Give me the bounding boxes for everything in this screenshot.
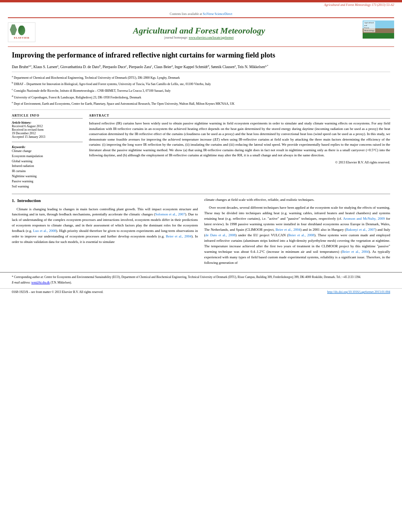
section-title-intro: 1. Introduction	[12, 197, 198, 204]
article-citation: Agricultural and Forest Meteorology 173 …	[324, 3, 394, 7]
keyword-item: Soil warming	[12, 184, 83, 189]
article-history: Article history: Received 6 August 2012 …	[12, 121, 83, 139]
article-content: Improving the performance of infrared re…	[0, 47, 402, 272]
sciverse-link[interactable]: SciVerse ScienceDirect	[203, 12, 232, 16]
issn-text: 0168-1923/$ – see front matter © 2013 El…	[12, 290, 104, 294]
affiliation-b: DIBAF – Department for Innovation in Bio…	[14, 82, 211, 86]
luo-ref[interactable]: Luo et al., 2008	[33, 229, 56, 233]
copyright-line: © 2013 Elsevier B.V. All rights reserved…	[89, 160, 390, 165]
abstract-header: ABSTRACT	[89, 114, 390, 119]
bakonyi-ref[interactable]: Bakonyi et al., 2007	[346, 228, 375, 232]
page: Agricultural and Forest Meteorology 173 …	[0, 0, 402, 532]
thumb-overlay-text: AgriculturalandForestMeteorology	[363, 21, 375, 32]
elsevier-logo: ELSEVIER	[8, 22, 35, 42]
beier2004b-ref[interactable]: Beier et al., 2004	[342, 250, 369, 254]
dedato-ref[interactable]: de Dato et al., 2008	[206, 233, 235, 237]
affiliation-d: University of Copenhagen, Forest & Lands…	[14, 95, 141, 99]
keyword-item: Passive warming	[12, 179, 83, 184]
article-info-abstract: ARTICLE INFO Article history: Received 6…	[12, 114, 390, 189]
received-revised: Received in revised form19 December 2012	[12, 128, 83, 135]
keywords-section: Keywords: Climate change Ecosystem manip…	[12, 145, 83, 189]
beier-ref[interactable]: Beier et al., 2004	[166, 234, 191, 238]
intro-para-1: Climate is changing leading to changes i…	[12, 207, 198, 245]
affiliation-e: Dept of Environment, Earth and Ecosystem…	[14, 102, 235, 106]
keyword-item: Climate change	[12, 149, 83, 154]
journal-homepage: journal homepage: www.elsevier.com/locat…	[35, 36, 363, 39]
footnotes-area: * Corresponding author at: Centre for Ec…	[0, 272, 402, 289]
homepage-prefix: journal homepage:	[165, 36, 189, 39]
beier2004-ref[interactable]: Beier et al., 2004	[276, 228, 300, 232]
article-info-column: ARTICLE INFO Article history: Received 6…	[12, 114, 83, 189]
affiliation-a: Department of Chemical and Biochemical E…	[14, 76, 180, 79]
article-info-line: Agricultural and Forest Meteorology 173 …	[0, 2, 402, 7]
intro-para-cont: climate changes at field scale with effe…	[204, 197, 391, 203]
accepted-date: Accepted 15 January 2013	[12, 135, 83, 139]
journal-header: Contents lists available at SciVerse Sci…	[0, 7, 402, 47]
article-info-header: ARTICLE INFO	[12, 114, 83, 119]
keywords-title: Keywords:	[12, 145, 83, 149]
section-number: 1.	[12, 198, 15, 203]
content-list-bar: Contents lists available at SciVerse Sci…	[8, 11, 394, 17]
keywords-list: Climate change Ecosystem manipulation Gl…	[12, 149, 83, 189]
affiliations: a Department of Chemical and Biochemical…	[12, 72, 390, 110]
journal-title-area: ELSEVIER Agricultural and Forest Meteoro…	[8, 17, 394, 47]
article-title: Improving the performance of infrared re…	[12, 51, 390, 60]
journal-main-title: Agricultural and Forest Meteorology jour…	[35, 26, 363, 39]
keyword-item: IR curtains	[12, 169, 83, 174]
email-link[interactable]: temi@kt.dtu.dk	[31, 281, 50, 284]
keyword-item: Ecosystem manipulation	[12, 154, 83, 159]
journal-thumbnail: AgriculturalandForestMeteorology	[363, 20, 394, 44]
section-heading: Introduction	[17, 198, 41, 203]
homepage-link[interactable]: www.elsevier.com/locate/agrformet	[189, 36, 233, 39]
affiliation-c: Consiglio Nazionale delle Ricerche, Isti…	[14, 89, 170, 93]
introduction-section: 1. Introduction Climate is changing lead…	[12, 197, 390, 268]
bottom-info: 0168-1923/$ – see front matter © 2013 El…	[0, 288, 402, 295]
aronson-ref[interactable]: Aronson and McNulty, 2009	[343, 217, 385, 221]
solomon-ref[interactable]: Solomon et al., 2007	[155, 212, 185, 216]
journal-title-text: Agricultural and Forest Meteorology	[35, 26, 363, 36]
content-list-text: Contents lists available at	[170, 12, 203, 16]
abstract-column: ABSTRACT Infrared reflective (IR) curtai…	[89, 114, 390, 189]
doi-link[interactable]: http://dx.doi.org/10.1016/j.agrformet.20…	[327, 290, 390, 294]
footnote-1: * Corresponding author at: Centre for Ec…	[12, 275, 390, 279]
keyword-item: Nighttime warming	[12, 174, 83, 179]
received-date: Received 6 August 2012	[12, 124, 83, 128]
footnote-email: E-mail address: temi@kt.dtu.dk (T.N. Mik…	[12, 280, 390, 285]
intro-para-2: Over recent decades, several different t…	[204, 205, 391, 265]
abstract-text: Infrared reflective (IR) curtains have b…	[89, 121, 390, 165]
history-title: Article history:	[12, 121, 83, 124]
beier2008-ref[interactable]: Beier et al., 2008	[288, 233, 314, 237]
keyword-item: Global warming	[12, 159, 83, 164]
intro-col-left: 1. Introduction Climate is changing lead…	[12, 197, 198, 268]
section-divider	[12, 194, 390, 194]
keyword-item: Infrared radiation	[12, 164, 83, 169]
intro-col-right: climate changes at field scale with effe…	[204, 197, 391, 268]
authors-line: Dan Bruhna,e, Klaus S. Larsena, Giovanba…	[12, 64, 390, 70]
